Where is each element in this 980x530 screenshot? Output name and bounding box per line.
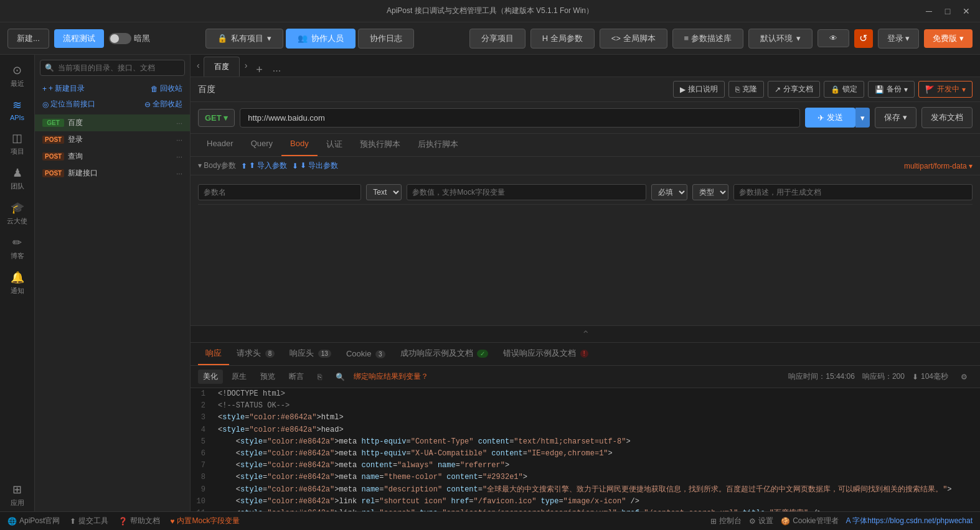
url-input[interactable]	[240, 108, 800, 128]
import-params-button[interactable]: ⬆ ⬆ 导入参数	[241, 160, 287, 171]
register-button[interactable]: 免费版 ▾	[924, 29, 973, 48]
apipost-site-link[interactable]: 🌐 ApiPost官网	[7, 516, 60, 526]
resp-tab-error-example[interactable]: 错误响应示例及文档 !	[496, 343, 595, 365]
eye-button[interactable]: 👁	[817, 29, 849, 47]
dark-mode-toggle[interactable]: 暗黑	[109, 33, 150, 44]
more-icon[interactable]: ···	[176, 136, 182, 144]
minimize-button[interactable]: ─	[920, 2, 938, 20]
tab-next-button[interactable]: ›	[241, 55, 252, 77]
tab-prev-button[interactable]: ‹	[193, 55, 204, 77]
code-line: 6 <style="color:#e8642a">meta http-equiv…	[191, 448, 980, 460]
settings-button[interactable]: ⚙	[956, 371, 973, 383]
settings-link[interactable]: ⚙ 设置	[749, 516, 773, 526]
tab-pre-script[interactable]: 预执行脚本	[351, 134, 409, 156]
tab-header[interactable]: Header	[198, 134, 242, 156]
api-header-bar: 百度 ▶ 接口说明 ⎘ 克隆 ↗ 分享文档 🔒 锁定	[191, 77, 980, 102]
new-dir-button[interactable]: + + 新建目录	[42, 83, 85, 94]
flow-test-button[interactable]: 流程测试	[54, 29, 104, 48]
backup-button[interactable]: 💾 备份 ▾	[868, 81, 915, 98]
chevron-down-icon: ▾	[904, 85, 908, 94]
more-icon[interactable]: ···	[176, 119, 182, 128]
dev-status-button[interactable]: 🚩 开发中 ▾	[918, 81, 973, 98]
publish-button[interactable]: 发布文档	[921, 107, 973, 128]
new-button[interactable]: 新建...	[7, 29, 49, 49]
resp-tab-cookie[interactable]: Cookie 3	[339, 344, 393, 365]
sidebar-item-recent[interactable]: ⊙ 最近	[2, 60, 33, 92]
collab-log-button[interactable]: 协作日志	[358, 29, 414, 49]
code-area[interactable]: 1<!DOCTYPE html>2<!--STATUS OK-->3<style…	[191, 388, 980, 511]
help-doc-link[interactable]: ❓ 帮助文档	[118, 516, 160, 526]
global-param-button[interactable]: H 全局参数	[530, 29, 595, 49]
sidebar-item-apis[interactable]: ≋ APIs	[2, 95, 33, 125]
control-panel-link[interactable]: ⊞ 控制台	[710, 516, 742, 526]
nav-item-baidu[interactable]: GET 百度 ···	[35, 114, 190, 131]
nav-item-query[interactable]: POST 查询 ···	[35, 148, 190, 165]
collapse-button[interactable]: ⊖ 全部收起	[144, 99, 182, 109]
nav-item-login[interactable]: POST 登录 ···	[35, 131, 190, 148]
export-params-button[interactable]: ⬇ ⬇ 导出参数	[292, 160, 338, 171]
param-name-input[interactable]	[198, 184, 361, 200]
share-doc-button[interactable]: ↗ 分享文档	[768, 81, 820, 98]
submit-tool-link[interactable]: ⬆ 提交工具	[70, 516, 108, 526]
save-button[interactable]: 保存 ▾	[875, 107, 916, 128]
cookie-manager-link[interactable]: 🍪 Cookie管理者	[781, 516, 838, 526]
type2-select[interactable]: 类型	[692, 184, 728, 200]
resp-tab-success-example[interactable]: 成功响应示例及文档 ✓	[393, 343, 496, 365]
assert-button[interactable]: 断言	[284, 370, 309, 384]
sidebar-item-team[interactable]: ♟ 团队	[2, 162, 33, 195]
resp-tab-response[interactable]: 响应	[198, 343, 229, 365]
search-button[interactable]: 🔍	[331, 371, 350, 383]
refresh-button[interactable]: ↺	[854, 29, 873, 48]
beautify-button[interactable]: 美化	[198, 370, 223, 384]
param-lib-button[interactable]: ≡ 参数描述库	[672, 29, 743, 49]
tab-query[interactable]: Query	[242, 134, 281, 156]
nav-item-new-api[interactable]: POST 新建接口 ···	[35, 165, 190, 182]
send-button[interactable]: ✈ 发送	[805, 108, 855, 128]
bind-var-button[interactable]: 绑定响应结果到变量？	[354, 371, 428, 382]
copy-button[interactable]: ⎘	[313, 371, 327, 383]
close-button[interactable]: ✕	[958, 2, 975, 20]
sidebar-item-notify[interactable]: 🔔 通知	[2, 267, 33, 299]
param-desc-input[interactable]	[733, 184, 973, 200]
maximize-button[interactable]: □	[939, 2, 956, 20]
sidebar-item-ambassador[interactable]: 🎓 云大使	[2, 197, 33, 230]
tab-baidu[interactable]: 百度	[204, 57, 240, 77]
private-project-button[interactable]: 🔒 私有项目 ▾	[205, 29, 283, 49]
raw-button[interactable]: 原生	[227, 370, 252, 384]
tab-more-button[interactable]: ···	[268, 65, 286, 77]
method-select[interactable]: GET ▾	[198, 109, 235, 127]
global-script-button[interactable]: <> 全局脚本	[600, 29, 667, 49]
share-project-button[interactable]: 分享项目	[469, 29, 525, 49]
font-size-link[interactable]: A 字体https://blog.csdn.net/phpwechat	[846, 516, 973, 526]
api-doc-button[interactable]: ▶ 接口说明	[673, 81, 725, 98]
param-value-input[interactable]	[407, 184, 646, 200]
type-select[interactable]: Text	[366, 184, 402, 200]
clone-button[interactable]: ⎘ 克隆	[728, 81, 764, 98]
login-button[interactable]: 登录 ▾	[878, 29, 920, 49]
resize-handle[interactable]: ⌃	[191, 325, 980, 343]
preview-button[interactable]: 预览	[255, 370, 280, 384]
sidebar-item-blog[interactable]: ✏ 博客	[2, 232, 33, 264]
tab-auth[interactable]: 认证	[318, 134, 351, 156]
default-env-button[interactable]: 默认环境 ▾	[748, 29, 813, 49]
resp-code: 响应码：200	[862, 371, 905, 383]
lock-button[interactable]: 🔒 锁定	[824, 81, 864, 98]
more-icon[interactable]: ···	[176, 169, 182, 178]
tab-add-button[interactable]: +	[251, 63, 268, 77]
sidebar-item-apps[interactable]: ⊞ 应用	[2, 479, 33, 511]
trash-button[interactable]: 🗑 回收站	[151, 83, 182, 94]
resp-tab-req-headers[interactable]: 请求头 8	[229, 343, 282, 365]
resp-tab-resp-headers[interactable]: 响应头 13	[282, 343, 339, 365]
search-input[interactable]	[40, 60, 185, 76]
more-icon[interactable]: ···	[176, 152, 182, 161]
tab-post-script[interactable]: 后执行脚本	[409, 134, 467, 156]
content-type-label[interactable]: multipart/form-data ▾	[904, 162, 973, 170]
send-dropdown-button[interactable]: ▾	[855, 108, 870, 128]
sidebar-item-project[interactable]: ◫ 项目	[2, 128, 33, 160]
mock-icon: ♥	[170, 517, 174, 526]
locate-button[interactable]: ◎ 定位当前接口	[42, 99, 95, 109]
tab-body[interactable]: Body	[281, 134, 318, 156]
mock-field-link[interactable]: ♥ 内置Mock字段变量	[170, 516, 240, 526]
collab-button[interactable]: 👥 协作人员	[286, 29, 356, 49]
required-select[interactable]: 必填	[651, 184, 687, 200]
